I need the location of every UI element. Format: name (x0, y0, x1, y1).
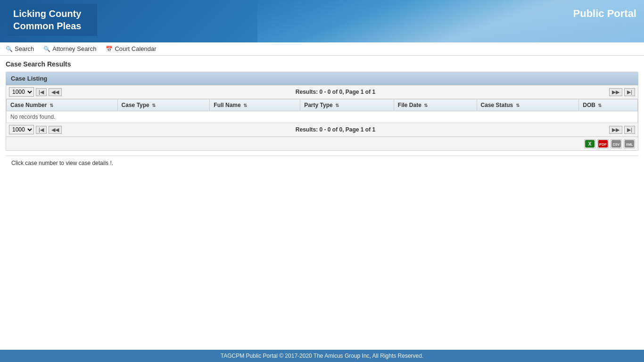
sort-case-type-icon: ⇅ (152, 103, 156, 108)
logo-line1: Licking County (13, 8, 81, 19)
case-listing-panel: Case Listing 1000 |◀ ◀◀ Results: 0 - 0 o… (6, 72, 638, 151)
table-body: No records found. (7, 111, 638, 123)
calendar-icon: 📅 (106, 46, 113, 52)
next-page-btn-bottom[interactable]: ▶▶ (609, 126, 622, 134)
search-icon: 🔍 (6, 46, 13, 52)
sort-dob-icon: ⇅ (598, 103, 602, 108)
prev-page-btn-bottom[interactable]: ◀◀ (49, 126, 62, 134)
per-page-select-top[interactable]: 1000 (9, 87, 34, 97)
export-row: X PDF CSV XML (6, 137, 638, 150)
nav-court-calendar-label: Court Calendar (115, 45, 156, 52)
page-footer: TAGCPM Public Portal © 2017-2020 The Ami… (0, 350, 644, 362)
last-page-btn-bottom[interactable]: ▶| (624, 126, 635, 134)
col-file-date-label: File Date (398, 102, 421, 108)
xml-icon: XML (625, 140, 634, 148)
bottom-pagination-row: 1000 |◀ ◀◀ Results: 0 - 0 of 0, Page 1 o… (6, 123, 638, 137)
nav-attorney-search-label: Attorney Search (52, 45, 96, 52)
sort-file-date-icon: ⇅ (424, 103, 428, 108)
pagination-info-top: Results: 0 - 0 of 0, Page 1 of 1 (64, 89, 607, 95)
footer-note: Click case number to view case details !… (6, 156, 638, 170)
sort-case-number-icon: ⇅ (50, 103, 53, 108)
nav-search-label: Search (15, 45, 34, 52)
export-excel-btn[interactable]: X (584, 139, 595, 148)
results-table: Case Number ⇅ Case Type ⇅ Full Name ⇅ Pa… (6, 99, 638, 123)
pdf-icon: PDF (598, 140, 608, 148)
col-full-name[interactable]: Full Name ⇅ (210, 99, 300, 111)
col-case-type-label: Case Type (122, 102, 149, 108)
col-dob-label: DOB (583, 102, 595, 108)
nav-search[interactable]: 🔍 Search (6, 45, 34, 52)
export-pdf-btn[interactable]: PDF (597, 139, 609, 148)
col-case-type[interactable]: Case Type ⇅ (117, 99, 210, 111)
col-party-type[interactable]: Party Type ⇅ (300, 99, 394, 111)
col-full-name-label: Full Name (214, 102, 240, 108)
logo-line2: Common Pleas (13, 21, 81, 31)
panel-header: Case Listing (6, 72, 638, 85)
attorney-search-icon: 🔍 (43, 46, 50, 52)
table-head: Case Number ⇅ Case Type ⇅ Full Name ⇅ Pa… (7, 99, 638, 111)
first-page-btn-bottom[interactable]: |◀ (36, 126, 47, 134)
first-page-btn-top[interactable]: |◀ (36, 88, 47, 96)
court-logo: Licking County Common Pleas (8, 4, 97, 36)
no-records-row: No records found. (7, 111, 638, 123)
portal-title: Public Portal (573, 4, 636, 20)
col-case-status[interactable]: Case Status ⇅ (477, 99, 579, 111)
svg-text:CSV: CSV (613, 143, 620, 146)
last-page-btn-top[interactable]: ▶| (624, 88, 635, 96)
sort-case-status-icon: ⇅ (516, 103, 520, 108)
top-pagination-row: 1000 |◀ ◀◀ Results: 0 - 0 of 0, Page 1 o… (6, 85, 638, 99)
col-dob[interactable]: DOB ⇅ (579, 99, 638, 111)
csv-icon: CSV (611, 140, 621, 148)
col-case-number[interactable]: Case Number ⇅ (7, 99, 118, 111)
svg-text:XML: XML (626, 143, 634, 146)
export-xml-btn[interactable]: XML (624, 139, 635, 148)
no-records-cell: No records found. (7, 111, 638, 123)
nav-bar: 🔍 Search 🔍 Attorney Search 📅 Court Calen… (0, 42, 644, 56)
prev-page-btn-top[interactable]: ◀◀ (49, 88, 62, 96)
excel-icon: X (585, 140, 594, 148)
header: Licking County Common Pleas Public Porta… (0, 0, 644, 42)
svg-text:X: X (588, 141, 592, 147)
section-title: Case Search Results (6, 60, 638, 68)
footer-text: TAGCPM Public Portal © 2017-2020 The Ami… (221, 353, 424, 359)
nav-attorney-search[interactable]: 🔍 Attorney Search (43, 45, 96, 52)
col-party-type-label: Party Type (304, 102, 332, 108)
col-file-date[interactable]: File Date ⇅ (394, 99, 477, 111)
per-page-select-bottom[interactable]: 1000 (9, 125, 34, 134)
sort-party-type-icon: ⇅ (335, 103, 339, 108)
pagination-info-bottom: Results: 0 - 0 of 0, Page 1 of 1 (64, 126, 607, 133)
sort-full-name-icon: ⇅ (243, 103, 247, 108)
next-page-btn-top[interactable]: ▶▶ (609, 88, 622, 96)
main-content: Case Search Results Case Listing 1000 |◀… (0, 56, 644, 350)
col-case-status-label: Case Status (481, 102, 513, 108)
table-header-row: Case Number ⇅ Case Type ⇅ Full Name ⇅ Pa… (7, 99, 638, 111)
svg-text:PDF: PDF (599, 142, 607, 147)
export-csv-btn[interactable]: CSV (611, 139, 622, 148)
nav-court-calendar[interactable]: 📅 Court Calendar (106, 45, 156, 52)
col-case-number-label: Case Number (10, 102, 47, 108)
